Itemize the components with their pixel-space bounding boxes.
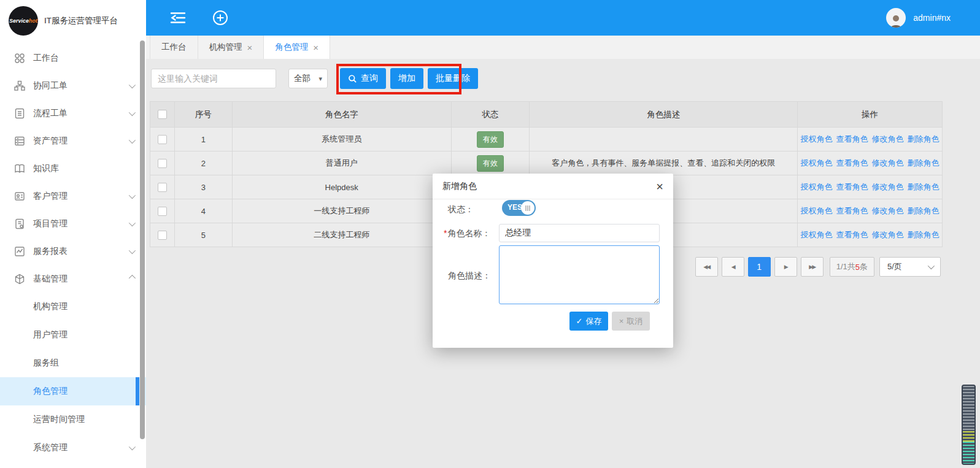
row-checkbox[interactable] (158, 159, 167, 168)
required-mark: * (444, 228, 447, 238)
chevron-down-icon (129, 136, 136, 143)
row-checkbox[interactable] (158, 231, 167, 240)
authorize-role-link[interactable]: 授权角色 (801, 134, 833, 144)
row-checkbox[interactable] (158, 135, 167, 144)
chevron-down-icon (129, 109, 136, 115)
delete-role-link[interactable]: 删除角色 (908, 134, 939, 144)
authorize-role-link[interactable]: 授权角色 (801, 206, 833, 215)
close-tab-icon[interactable]: × (247, 43, 253, 52)
sidebar-item-project-mgmt[interactable]: 项目管理 (0, 210, 146, 237)
search-icon (348, 74, 357, 83)
toolbar: 查询 增加 批量删除 (340, 68, 478, 89)
sidebar-subitem-role-mgmt[interactable]: 角色管理 (0, 377, 146, 405)
first-page-button[interactable]: ◀◀ (695, 257, 718, 277)
row-checkbox[interactable] (158, 207, 167, 216)
status-filter-select[interactable]: 全部 ▾ (288, 69, 328, 88)
keyword-search-input[interactable] (151, 69, 276, 88)
sidebar: Servicehot IT服务运营管理平台 工作台 协同工单 (0, 0, 146, 468)
active-item-indicator (136, 377, 139, 405)
sidebar-item-asset-mgmt[interactable]: 资产管理 (0, 127, 146, 155)
add-tab-icon[interactable] (212, 10, 228, 26)
col-header-status: 状态 (451, 102, 529, 128)
page-size-select[interactable]: 5/页 (879, 257, 941, 277)
caret-down-icon: ▾ (318, 75, 322, 83)
tab-bar: 工作台 机构管理 × 角色管理 × (146, 36, 980, 59)
authorize-role-link[interactable]: 授权角色 (801, 158, 833, 167)
tab-org-mgmt[interactable]: 机构管理 × (198, 36, 264, 59)
sidebar-item-service-reports[interactable]: 服务报表 (0, 237, 146, 265)
username: admin#nx (913, 13, 951, 23)
tab-workbench[interactable]: 工作台 (150, 36, 198, 59)
view-role-link[interactable]: 查看角色 (836, 206, 868, 215)
authorize-role-link[interactable]: 授权角色 (801, 230, 833, 239)
sidebar-item-collab-tickets[interactable]: 协同工单 (0, 72, 146, 99)
cancel-button[interactable]: × 取消 (612, 312, 650, 331)
collapse-menu-icon[interactable] (169, 11, 187, 25)
sidebar-item-process-tickets[interactable]: 流程工单 (0, 99, 146, 127)
chevron-down-icon (129, 247, 136, 253)
modal-header: 新增角色 × (433, 174, 673, 199)
search-button[interactable]: 查询 (340, 68, 386, 89)
tab-role-mgmt[interactable]: 角色管理 × (264, 36, 330, 59)
sidebar-subitem-user-mgmt[interactable]: 用户管理 (0, 321, 146, 349)
status-badge: 有效 (477, 155, 504, 172)
status-field-label: 状态： (448, 204, 474, 215)
avatar (886, 8, 906, 28)
view-role-link[interactable]: 查看角色 (836, 158, 868, 167)
status-toggle[interactable]: YES (502, 200, 536, 216)
close-tab-icon[interactable]: × (313, 43, 318, 52)
id-card-icon (14, 190, 26, 202)
app-logo: Servicehot (9, 6, 38, 36)
sidebar-menu: 工作台 协同工单 流程工单 资产 (0, 44, 146, 462)
close-icon[interactable]: × (656, 180, 663, 193)
sidebar-item-workbench[interactable]: 工作台 (0, 44, 146, 72)
col-header-no: 序号 (175, 102, 232, 128)
delete-role-link[interactable]: 删除角色 (908, 182, 939, 191)
document-gear-icon (14, 218, 26, 230)
select-all-checkbox[interactable] (158, 110, 167, 119)
add-button[interactable]: 增加 (390, 68, 423, 89)
page-number-button[interactable]: 1 (748, 257, 771, 277)
check-icon: ✓ (576, 316, 583, 326)
sidebar-subitem-system-mgmt[interactable]: 系统管理 (0, 434, 146, 462)
row-checkbox[interactable] (158, 183, 167, 192)
cube-icon (14, 273, 26, 285)
role-desc-field-label: 角色描述： (448, 270, 491, 282)
app-title: IT服务运营管理平台 (44, 15, 118, 26)
edit-role-link[interactable]: 修改角色 (872, 134, 904, 144)
modal-title: 新增角色 (442, 181, 477, 192)
delete-role-link[interactable]: 删除角色 (908, 158, 939, 167)
prev-page-button[interactable]: ◀ (722, 257, 744, 277)
edit-role-link[interactable]: 修改角色 (872, 182, 904, 191)
user-menu[interactable]: admin#nx (886, 8, 951, 28)
save-button[interactable]: ✓ 保存 (569, 312, 608, 331)
batch-delete-button[interactable]: 批量删除 (428, 68, 478, 89)
edit-role-link[interactable]: 修改角色 (872, 230, 904, 239)
server-stack-icon (14, 135, 26, 147)
pagination: ◀◀ ◀ 1 ▶ ▶▶ 1/1共 5 条 5/页 (695, 257, 941, 277)
edit-role-link[interactable]: 修改角色 (872, 206, 904, 215)
x-icon: × (619, 316, 624, 326)
sidebar-subitem-org-mgmt[interactable]: 机构管理 (0, 293, 146, 321)
sidebar-scrollbar[interactable] (140, 40, 145, 439)
next-page-button[interactable]: ▶ (774, 257, 797, 277)
mini-scroll-indicator-widget (962, 385, 976, 465)
sidebar-item-knowledge-base[interactable]: 知识库 (0, 155, 146, 182)
sidebar-subitem-service-group[interactable]: 服务组 (0, 349, 146, 377)
sidebar-item-basic-mgmt[interactable]: 基础管理 (0, 265, 146, 293)
role-desc-textarea[interactable] (499, 245, 660, 304)
status-badge: 有效 (477, 131, 504, 148)
sidebar-item-customer-mgmt[interactable]: 客户管理 (0, 182, 146, 210)
delete-role-link[interactable]: 删除角色 (908, 230, 939, 239)
table-header-row: 序号 角色名字 状态 角色描述 操作 (150, 102, 943, 128)
authorize-role-link[interactable]: 授权角色 (801, 182, 833, 191)
sidebar-subitem-operation-time-mgmt[interactable]: 运营时间管理 (0, 405, 146, 434)
view-role-link[interactable]: 查看角色 (836, 134, 868, 144)
role-name-input[interactable] (499, 224, 660, 242)
delete-role-link[interactable]: 删除角色 (908, 206, 939, 215)
top-header-bar: admin#nx (146, 0, 980, 36)
last-page-button[interactable]: ▶▶ (801, 257, 824, 277)
edit-role-link[interactable]: 修改角色 (872, 158, 904, 167)
view-role-link[interactable]: 查看角色 (836, 182, 868, 191)
view-role-link[interactable]: 查看角色 (836, 230, 868, 239)
